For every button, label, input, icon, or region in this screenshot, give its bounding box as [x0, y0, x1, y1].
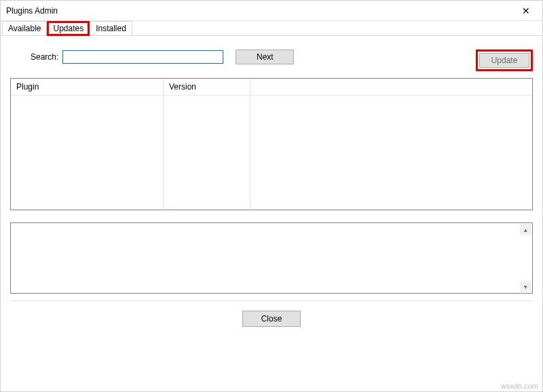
search-input[interactable]: [62, 50, 223, 64]
titlebar: Plugins Admin ✕: [1, 1, 542, 21]
column-header-version[interactable]: Version: [164, 79, 250, 96]
column-header-empty[interactable]: [250, 79, 532, 96]
window-title: Plugins Admin: [6, 6, 515, 16]
tab-available[interactable]: Available: [2, 21, 47, 35]
scroll-up-icon[interactable]: ▴: [520, 224, 531, 235]
next-button[interactable]: Next: [236, 50, 294, 64]
close-icon[interactable]: ✕: [515, 3, 537, 19]
separator: [10, 300, 533, 301]
plugin-table: Plugin Version: [10, 78, 533, 210]
column-plugin: Plugin: [11, 79, 164, 210]
column-description: [250, 79, 532, 210]
column-header-plugin[interactable]: Plugin: [11, 79, 163, 96]
tab-installed[interactable]: Installed: [90, 21, 132, 35]
content-area: Search: Next Update Plugin Version ▴ ▾ C…: [1, 36, 542, 391]
tab-updates[interactable]: Updates: [47, 21, 90, 36]
update-button[interactable]: Update: [479, 53, 529, 68]
tab-bar: Available Updates Installed: [1, 21, 542, 36]
close-button[interactable]: Close: [242, 311, 301, 327]
search-label: Search:: [31, 52, 58, 62]
column-version: Version: [164, 79, 250, 210]
search-row: Search: Next: [31, 50, 533, 64]
plugins-admin-window: Plugins Admin ✕ Available Updates Instal…: [0, 0, 543, 392]
update-button-highlight: Update: [476, 50, 533, 71]
scroll-down-icon[interactable]: ▾: [520, 281, 531, 292]
footer: Close: [10, 311, 533, 339]
description-box: ▴ ▾: [10, 222, 533, 294]
